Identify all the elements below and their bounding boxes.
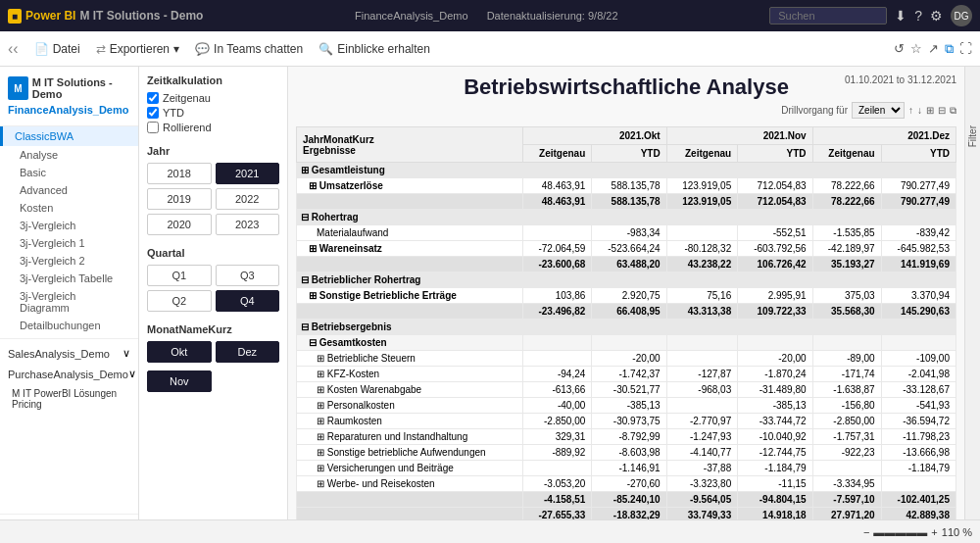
sidebar-item-3jvergleichtabelle[interactable]: 3j-Vergleich Tabelle xyxy=(0,270,138,287)
row-werbekosten: ⊞ Werbe- und Reisekosten xyxy=(297,476,523,492)
drill-up-icon[interactable]: ↑ xyxy=(908,105,913,116)
date-range: 01.10.2021 to 31.12.2021 xyxy=(789,74,956,85)
table-row: ⊞ Sonstige betriebliche Aufwendungen -88… xyxy=(297,445,956,461)
cb-rollierend[interactable] xyxy=(147,122,159,133)
col-okt-ytd: YTD xyxy=(592,145,666,163)
q3-btn[interactable]: Q3 xyxy=(216,265,280,286)
filter-zeitgenau[interactable]: Zeitgenau xyxy=(147,92,279,104)
zoom-minus[interactable]: − xyxy=(863,526,869,538)
q4-btn[interactable]: Q4 xyxy=(216,290,280,312)
col-okt-zeitgenau: Zeitgenau xyxy=(523,145,592,163)
sidebar-logo: M M IT Solutions - Demo xyxy=(8,76,130,100)
filter-ytd[interactable]: YTD xyxy=(147,107,279,119)
sales-chevron: ∨ xyxy=(122,347,130,360)
drill-expand-icon[interactable]: ⊞ xyxy=(926,105,934,116)
menu-exportieren[interactable]: ⇄ Exportieren ▾ xyxy=(96,42,179,56)
row-gesamtkosten-total xyxy=(297,492,523,508)
month-dez[interactable]: Dez xyxy=(216,341,280,363)
right-panel: Filter xyxy=(964,67,980,543)
update-date: Datenaktualisierung: 9/8/22 xyxy=(487,10,618,22)
content-area: Zeitkalkulation Zeitgenau YTD Rollierend… xyxy=(139,67,980,543)
teams-icon: 💬 xyxy=(195,42,210,56)
year-btn-2022[interactable]: 2022 xyxy=(216,188,280,210)
fullscreen-icon[interactable]: ⛶ xyxy=(959,41,972,56)
settings-icon[interactable]: ⚙ xyxy=(930,8,943,24)
month-nov[interactable]: Nov xyxy=(147,370,212,392)
sidebar-item-3jvergleich2[interactable]: 3j-Vergleich 2 xyxy=(0,252,138,270)
table-row: ⊟ Betriebsergebnis xyxy=(297,320,956,335)
sidebar-item-advanced[interactable]: Advanced xyxy=(0,181,138,199)
sidebar-item-kosten[interactable]: Kosten xyxy=(0,199,138,217)
left-sidebar: M M IT Solutions - Demo FinanceAnalysis_… xyxy=(0,67,139,543)
share-icon[interactable]: ↗ xyxy=(928,41,939,56)
year-btn-2018[interactable]: 2018 xyxy=(147,163,212,184)
sidebar-section-purchase[interactable]: PurchaseAnalysis_Demo ∨ xyxy=(0,364,138,384)
bottom-bar: − ▬▬▬▬▬ + 110 % xyxy=(0,519,980,543)
sidebar-item-basic[interactable]: Basic xyxy=(0,164,138,181)
drill-down-icon[interactable]: ↓ xyxy=(917,105,922,116)
zoom-plus[interactable]: + xyxy=(931,526,937,538)
nav-back[interactable]: ‹‹ xyxy=(8,40,19,58)
drill-filter-icon[interactable]: ⧉ xyxy=(950,105,956,117)
row-sonstigeaufwendungen: ⊞ Sonstige betriebliche Aufwendungen xyxy=(297,445,523,461)
zoom-slider[interactable]: ▬▬▬▬▬ xyxy=(873,526,927,538)
sidebar-item-3jvergleich1[interactable]: 3j-Vergleich 1 xyxy=(0,234,138,252)
table-row: ⊞ Sonstige Betriebliche Erträge 103,862.… xyxy=(297,288,956,304)
row-rohertrag: ⊟ Rohertrag xyxy=(297,210,523,225)
row-raumkosten: ⊞ Raumkosten xyxy=(297,414,523,429)
month-okt[interactable]: Okt xyxy=(147,341,212,363)
drillvorgang-select[interactable]: Zeilen xyxy=(852,102,905,119)
drillvorgang: Drillvorgang für Zeilen ↑ ↓ ⊞ ⊟ ⧉ xyxy=(296,102,956,119)
sidebar-item-3jvergleichdiagramm[interactable]: 3j-Vergleich Diagramm xyxy=(0,287,138,317)
app-logo: ■ Power BI M IT Solutions - Demo xyxy=(8,9,203,24)
table-row: ⊞ Umsatzerlöse 48.463,91588.135,78123.91… xyxy=(297,178,956,194)
cb-ytd[interactable] xyxy=(147,107,159,119)
download-icon[interactable]: ⬇ xyxy=(895,8,906,24)
drill-collapse-icon[interactable]: ⊟ xyxy=(938,105,946,116)
report-title: Betriebswirtschaftliche Analyse xyxy=(464,74,789,100)
help-icon[interactable]: ? xyxy=(914,8,922,24)
table-row: ⊞ Betriebliche Steuern -20,00-20,00-89,0… xyxy=(297,351,956,367)
avatar[interactable]: DG xyxy=(951,5,972,26)
filter-icon[interactable]: ⧉ xyxy=(945,41,954,57)
menu-teams[interactable]: 💬 In Teams chatten xyxy=(195,42,303,56)
filter-panel: Zeitkalkulation Zeitgenau YTD Rollierend… xyxy=(139,67,288,543)
q1-btn[interactable]: Q1 xyxy=(147,265,212,286)
row-reparaturen: ⊞ Reparaturen und Instandhaltung xyxy=(297,429,523,445)
menu-datei[interactable]: 📄 Datei xyxy=(34,42,80,56)
quartal-title: Quartal xyxy=(147,247,279,259)
cb-zeitgenau[interactable] xyxy=(147,92,159,104)
report-table: JahrMonatKurzErgebnisse 2021.Okt 2021.No… xyxy=(296,126,956,543)
teams-label: In Teams chatten xyxy=(214,42,303,56)
sidebar-report[interactable]: FinanceAnalysis_Demo xyxy=(8,104,130,116)
sidebar-item-pricing[interactable]: M IT PowerBI Lösungen Pricing xyxy=(0,384,138,414)
q2-btn[interactable]: Q2 xyxy=(147,290,212,312)
filter-rollierend[interactable]: Rollierend xyxy=(147,122,279,133)
row-wareneinsatz: ⊞ Wareneinsatz xyxy=(297,241,523,257)
year-btn-2023[interactable]: 2023 xyxy=(216,214,280,235)
app-title-topbar: M IT Solutions - Demo xyxy=(79,9,203,23)
report-header: Betriebswirtschaftliche Analyse 01.10.20… xyxy=(296,74,956,119)
bookmark-icon[interactable]: ☆ xyxy=(910,41,922,56)
row-gesamtkosten: ⊟ Gesamtkosten xyxy=(297,335,523,351)
table-row: ⊞ Werbe- und Reisekosten -3.053,20-270,6… xyxy=(297,476,956,492)
search-input[interactable] xyxy=(769,7,887,25)
table-row: Materialaufwand -983,34-552,51-1.535,85-… xyxy=(297,225,956,241)
sidebar-item-detailbuchungen[interactable]: Detailbuchungen xyxy=(0,317,138,334)
refresh-icon[interactable]: ↺ xyxy=(894,41,905,56)
year-btn-2020[interactable]: 2020 xyxy=(147,214,212,235)
sidebar-item-classicbwa[interactable]: ClassicBWA xyxy=(0,126,138,146)
year-btn-2021[interactable]: 2021 xyxy=(216,163,280,184)
table-row: ⊞ Personalkosten -40,00-385,13-385,13-15… xyxy=(297,398,956,414)
row-kostenwarenabgabe: ⊞ Kosten Warenabgabe xyxy=(297,382,523,398)
label-zeitgenau: Zeitgenau xyxy=(163,92,211,104)
filter-sidebar-label[interactable]: Filter xyxy=(967,125,978,147)
sidebar-section-sales[interactable]: SalesAnalysis_Demo ∨ xyxy=(0,343,138,364)
sidebar-item-analyse[interactable]: Analyse xyxy=(0,146,138,164)
export-chevron: ▾ xyxy=(173,42,179,56)
table-row: -4.158,51-85.240,10-9.564,05-94.804,15-7… xyxy=(297,492,956,508)
zoom-value: 110 % xyxy=(942,526,972,538)
menu-einblicke[interactable]: 🔍 Einblicke erhalten xyxy=(318,42,430,56)
year-btn-2019[interactable]: 2019 xyxy=(147,188,212,210)
sidebar-item-3jvergleich[interactable]: 3j-Vergleich xyxy=(0,217,138,234)
